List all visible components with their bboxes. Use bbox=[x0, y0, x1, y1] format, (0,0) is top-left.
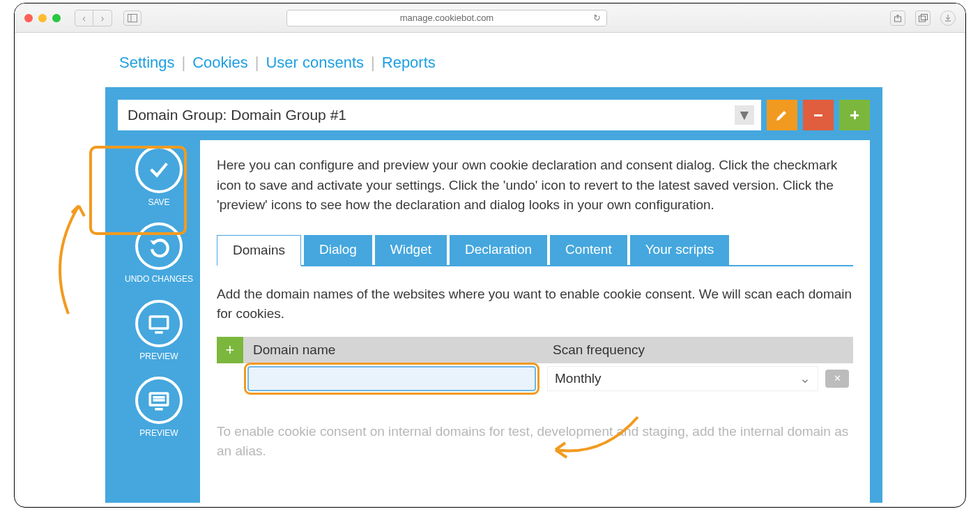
sidebar-toggle[interactable] bbox=[123, 10, 141, 26]
tab-bar: Domains Dialog Widget Declaration Conten… bbox=[217, 235, 853, 266]
svg-rect-8 bbox=[850, 114, 859, 116]
undo-action[interactable]: UNDO CHANGES bbox=[125, 222, 193, 284]
inner-layout: SAVE UNDO CHANGES PREVIEW bbox=[118, 140, 870, 503]
alias-hint: To enable cookie consent on internal dom… bbox=[217, 422, 853, 462]
nav-reports[interactable]: Reports bbox=[382, 54, 436, 72]
scan-frequency-value: Monthly bbox=[555, 371, 602, 386]
forward-button[interactable]: › bbox=[93, 10, 112, 26]
separator: | bbox=[255, 54, 259, 72]
monitor-icon bbox=[135, 300, 183, 347]
undo-icon bbox=[135, 222, 183, 270]
tab-dialog[interactable]: Dialog bbox=[304, 235, 372, 265]
nav-cookies[interactable]: Cookies bbox=[192, 54, 247, 72]
downloads-icon[interactable] bbox=[940, 10, 956, 26]
domain-group-label: Domain Group: Domain Group #1 bbox=[128, 107, 346, 123]
preview2-label: PREVIEW bbox=[139, 428, 178, 438]
nav-consents[interactable]: User consents bbox=[266, 54, 364, 72]
instructions-text: Add the domain names of the websites whe… bbox=[217, 285, 853, 324]
svg-rect-3 bbox=[919, 16, 925, 22]
add-button[interactable] bbox=[839, 100, 870, 130]
save-label: SAVE bbox=[148, 197, 169, 207]
intro-text: Here you can configure and preview your … bbox=[217, 156, 853, 215]
domain-name-input[interactable] bbox=[247, 366, 536, 391]
tab-domains[interactable]: Domains bbox=[217, 235, 301, 266]
preview1-label: PREVIEW bbox=[139, 351, 178, 361]
settings-panel: Domain Group: Domain Group #1 ▼ bbox=[105, 87, 882, 503]
nav-buttons: ‹ › bbox=[75, 10, 112, 26]
scan-frequency-select[interactable]: Monthly ⌄ bbox=[547, 366, 818, 391]
add-domain-button[interactable]: + bbox=[217, 337, 243, 363]
svg-rect-9 bbox=[150, 317, 168, 328]
separator: | bbox=[182, 54, 186, 72]
domain-table-header: + Domain name Scan frequency bbox=[217, 337, 853, 363]
tab-widget[interactable]: Widget bbox=[375, 235, 447, 265]
address-bar[interactable]: manage.cookiebot.com ↻ bbox=[286, 10, 607, 26]
window-controls bbox=[24, 14, 61, 22]
top-navigation: Settings | Cookies | User consents | Rep… bbox=[105, 54, 965, 72]
remove-domain-button[interactable]: ✕ bbox=[825, 370, 849, 388]
share-icon[interactable] bbox=[890, 10, 905, 26]
save-action[interactable]: SAVE bbox=[135, 146, 183, 207]
domain-group-select[interactable]: Domain Group: Domain Group #1 ▼ bbox=[118, 100, 761, 130]
tab-scripts[interactable]: Your scripts bbox=[630, 235, 730, 265]
nav-settings[interactable]: Settings bbox=[119, 54, 175, 72]
svg-rect-0 bbox=[128, 14, 137, 22]
minimize-window[interactable] bbox=[38, 14, 47, 22]
browser-toolbar: ‹ › manage.cookiebot.com ↻ bbox=[15, 3, 965, 33]
tabs-icon[interactable] bbox=[915, 10, 931, 26]
preview-action-1[interactable]: PREVIEW bbox=[135, 300, 183, 361]
domain-table: + Domain name Scan frequency Monthly ⌄ ✕ bbox=[217, 337, 853, 394]
browser-window: ‹ › manage.cookiebot.com ↻ Settings | Co… bbox=[14, 3, 966, 508]
domain-group-row: Domain Group: Domain Group #1 ▼ bbox=[118, 100, 870, 130]
checkmark-icon bbox=[135, 146, 183, 193]
svg-rect-4 bbox=[921, 14, 927, 20]
main-content: Here you can configure and preview your … bbox=[200, 140, 870, 503]
url-text: manage.cookiebot.com bbox=[400, 13, 493, 23]
action-sidebar: SAVE UNDO CHANGES PREVIEW bbox=[118, 140, 200, 503]
domain-row: Monthly ⌄ ✕ bbox=[217, 363, 853, 394]
maximize-window[interactable] bbox=[52, 14, 61, 22]
separator: | bbox=[371, 54, 375, 72]
close-window[interactable] bbox=[24, 14, 33, 22]
tab-declaration[interactable]: Declaration bbox=[450, 235, 547, 265]
tab-content[interactable]: Content bbox=[550, 235, 627, 265]
monitor-lines-icon bbox=[135, 377, 183, 424]
svg-rect-6 bbox=[814, 114, 822, 116]
back-button[interactable]: ‹ bbox=[75, 10, 93, 26]
delete-button[interactable] bbox=[803, 100, 834, 130]
header-domain-name: Domain name bbox=[243, 342, 543, 358]
header-scan-frequency: Scan frequency bbox=[543, 342, 853, 358]
edit-button[interactable] bbox=[767, 100, 797, 130]
chevron-down-icon: ⌄ bbox=[799, 370, 811, 386]
toolbar-right bbox=[890, 10, 956, 26]
preview-action-2[interactable]: PREVIEW bbox=[135, 377, 183, 438]
undo-label: UNDO CHANGES bbox=[125, 274, 193, 284]
dropdown-caret-icon: ▼ bbox=[735, 105, 754, 125]
reload-icon[interactable]: ↻ bbox=[593, 13, 601, 23]
page-content: Settings | Cookies | User consents | Rep… bbox=[15, 33, 965, 503]
